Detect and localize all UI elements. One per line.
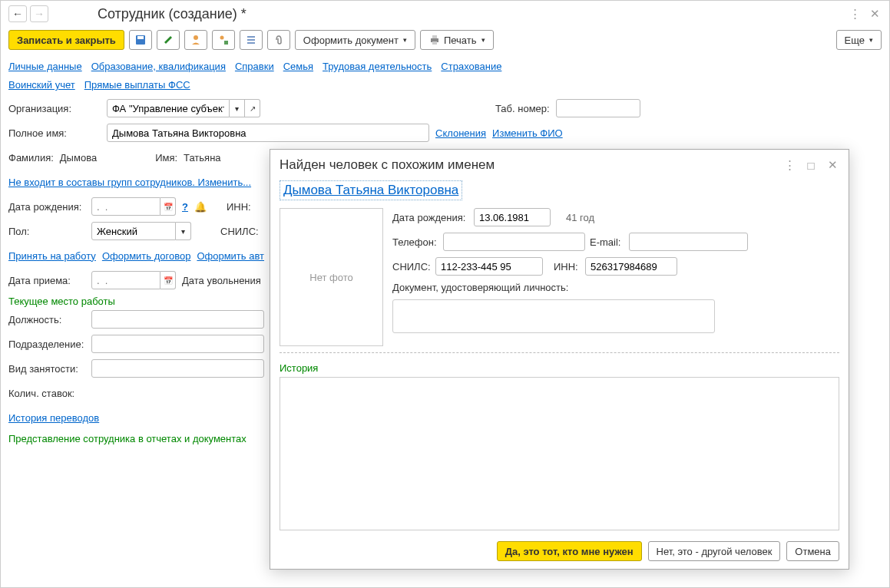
person-icon [190,34,202,46]
fullname-label: Полное имя: [8,127,101,139]
fullname-input[interactable] [107,124,429,142]
name-value: Татьяна [184,152,220,164]
employment-label: Вид занятости: [8,363,85,375]
dialog-menu-icon[interactable]: ⋮ [782,158,796,172]
no-button[interactable]: Нет, это - другой человек [648,541,781,561]
tabnum-input[interactable] [556,99,640,117]
print-icon [428,34,441,46]
menu-dots-icon[interactable]: ⋮ [848,7,862,21]
forward-button[interactable]: → [30,5,48,22]
print-button[interactable]: Печать [420,30,494,50]
groups-link[interactable]: Не входит в составы групп сотрудников. И… [8,177,251,188]
inn-label: ИНН: [227,201,251,213]
pen-icon [162,34,174,46]
tab-references[interactable]: Справки [235,59,274,74]
tab-fss[interactable]: Прямые выплаты ФСС [84,78,190,93]
change-fio-link[interactable]: Изменить ФИО [492,127,563,139]
position-label: Должность: [8,314,85,325]
found-person-dialog: Найден человек с похожим именем ⋮ □ ✕ Ды… [270,149,849,570]
save-icon [134,34,147,46]
declension-link[interactable]: Склонения [435,127,486,139]
help-icon[interactable]: ? [182,201,188,213]
d-birth-label: Дата рождения: [392,212,469,223]
tab-labor[interactable]: Трудовая деятельность [323,59,432,74]
svg-rect-4 [224,41,228,45]
photo-placeholder: Нет фото [280,208,383,346]
person-link-icon [217,34,230,46]
tab-personal[interactable]: Личные данные [8,59,82,74]
org-open-icon[interactable]: ↗ [245,99,260,117]
sex-label: Пол: [8,226,85,237]
dept-input[interactable] [91,335,264,353]
svg-point-2 [194,35,198,40]
dialog-close-icon[interactable]: ✕ [825,158,839,172]
svg-rect-5 [247,36,255,38]
d-email-input[interactable] [629,233,748,251]
person-button[interactable] [184,30,207,50]
attach-person-button[interactable] [212,30,235,50]
close-icon[interactable]: ✕ [868,7,882,21]
fire-date-label: Дата увольнения [182,275,261,286]
back-button[interactable]: ← [8,5,27,22]
d-inn-input[interactable] [585,257,677,276]
tab-insurance[interactable]: Страхование [441,59,501,74]
highlight-button[interactable] [157,30,180,50]
org-dropdown-icon[interactable]: ▾ [230,99,245,117]
employment-input[interactable] [91,359,264,378]
divider [280,352,839,353]
create-document-button[interactable]: Оформить документ [295,30,415,50]
hire-date-input[interactable] [91,271,160,289]
birth-label: Дата рождения: [8,201,85,213]
list-icon [245,34,257,46]
save-button[interactable] [129,30,152,50]
contract-link[interactable]: Оформить договор [102,250,191,262]
bell-icon: 🔔 [194,201,207,213]
tab-education[interactable]: Образование, квалификация [91,59,226,74]
name-label: Имя: [155,152,177,164]
more-button[interactable]: Еще [836,30,882,50]
position-input[interactable] [91,310,264,329]
svg-rect-1 [137,36,144,39]
svg-point-3 [220,36,223,40]
sex-input[interactable] [91,222,176,240]
attach-button[interactable] [267,30,290,50]
hire-link[interactable]: Принять на работу [8,250,96,262]
d-phone-input[interactable] [443,233,585,251]
d-inn-label: ИНН: [554,261,581,273]
dialog-title: Найден человек с похожим именем [280,157,495,173]
svg-rect-10 [432,41,437,45]
surname-value: Дымова [60,152,97,164]
age-text: 41 год [566,212,594,223]
d-phone-label: Телефон: [392,236,438,248]
birth-input[interactable] [91,197,160,216]
transfers-link[interactable]: История переводов [8,412,99,424]
org-label: Организация: [8,103,101,114]
cancel-button[interactable]: Отмена [786,541,839,561]
yes-button[interactable]: Да, это тот, кто мне нужен [497,541,642,561]
d-snils-label: СНИЛС: [392,261,431,273]
sex-dropdown-icon[interactable]: ▾ [176,222,191,240]
svg-rect-7 [247,42,255,44]
d-doc-box[interactable] [392,299,715,333]
hire-calendar-icon[interactable]: 📅 [160,271,176,289]
surname-label: Фамилия: [8,152,54,164]
dialog-maximize-icon[interactable]: □ [804,158,818,172]
d-birth-input[interactable] [474,208,551,226]
author-link[interactable]: Оформить авт [197,250,264,262]
hire-date-label: Дата приема: [8,275,85,286]
d-snils-input[interactable] [435,257,543,276]
calendar-icon[interactable]: 📅 [160,197,176,216]
save-close-button[interactable]: Записать и закрыть [8,30,124,50]
org-input[interactable] [107,99,230,117]
svg-rect-9 [432,35,437,38]
snils-label: СНИЛС: [220,226,259,237]
page-title: Сотрудник (создание) * [98,6,246,22]
svg-rect-6 [247,39,255,41]
tab-family[interactable]: Семья [283,59,313,74]
rates-label: Колич. ставок: [8,388,85,399]
dept-label: Подразделение: [8,339,85,350]
list-button[interactable] [240,30,263,50]
paperclip-icon [273,34,285,46]
tab-military[interactable]: Воинский учет [8,78,75,93]
person-name-link[interactable]: Дымова Татьяна Викторовна [280,180,462,200]
